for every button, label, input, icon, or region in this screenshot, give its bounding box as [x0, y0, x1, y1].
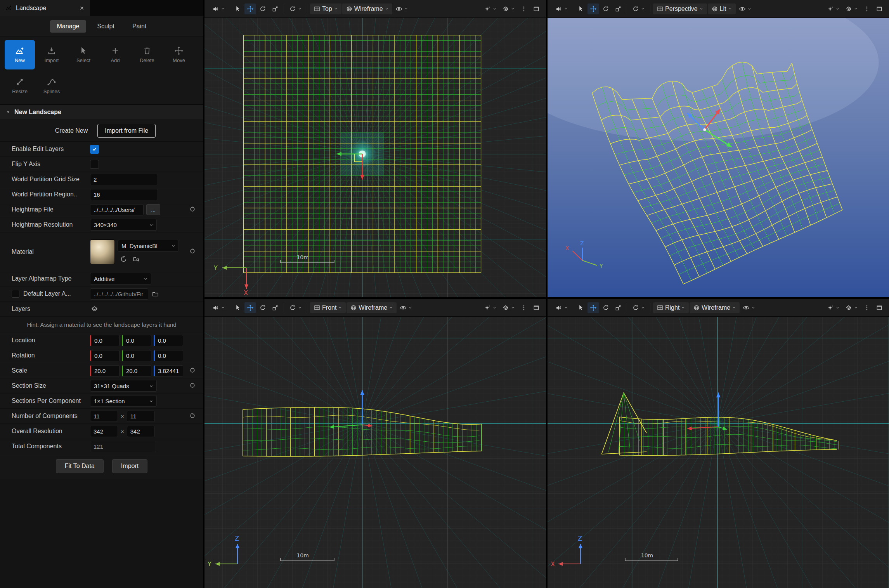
scale-z-input[interactable] — [154, 365, 183, 376]
default-layer-checkbox[interactable] — [12, 290, 19, 298]
maximize-viewport-button[interactable] — [873, 3, 885, 14]
world-partition-grid-size-input[interactable] — [90, 174, 158, 185]
viewport-canvas-perspective[interactable]: ZXY — [548, 18, 889, 297]
view-mode-dropdown[interactable]: Wireframe — [342, 3, 392, 14]
settings-button[interactable] — [843, 3, 860, 14]
show-flags-button[interactable] — [740, 302, 758, 313]
show-flags-button[interactable] — [397, 302, 415, 313]
tool-resize[interactable]: Resize — [5, 71, 35, 101]
viewport-canvas-right[interactable]: 10mZX — [548, 317, 889, 588]
flip-y-axis-checkbox[interactable] — [90, 160, 99, 169]
rotation-snap-button[interactable] — [630, 3, 647, 14]
move-tool-button[interactable] — [587, 302, 599, 313]
move-tool-button[interactable] — [587, 3, 599, 14]
effects-button[interactable] — [482, 302, 499, 313]
location-y-input[interactable] — [122, 335, 151, 346]
view-type-dropdown[interactable]: Top — [310, 3, 341, 14]
overall-resolution-y-input[interactable] — [127, 426, 155, 437]
reset-section-size-button[interactable] — [189, 382, 196, 390]
enable-edit-layers-checkbox[interactable] — [90, 145, 99, 154]
reset-components-button[interactable] — [189, 412, 196, 421]
more-options-button[interactable] — [518, 3, 530, 14]
tab-sculpt[interactable]: Sculpt — [90, 20, 121, 33]
rotation-snap-button[interactable] — [287, 302, 304, 313]
viewport-options-button[interactable] — [210, 3, 227, 14]
import-from-file-button[interactable]: Import from File — [97, 124, 156, 138]
view-mode-dropdown[interactable]: Lit — [708, 3, 736, 14]
view-type-dropdown[interactable]: Perspective — [653, 3, 707, 14]
location-x-input[interactable] — [90, 335, 120, 346]
more-options-button[interactable] — [518, 302, 530, 313]
landscape-panel-tab[interactable]: Landscape — [0, 0, 90, 16]
more-options-button[interactable] — [861, 302, 873, 313]
scale-x-input[interactable] — [90, 365, 120, 376]
rotate-tool-button[interactable] — [257, 302, 269, 313]
scale-tool-button[interactable] — [612, 3, 624, 14]
close-panel-button[interactable] — [79, 5, 85, 11]
tab-manage[interactable]: Manage — [50, 20, 87, 33]
rotate-tool-button[interactable] — [600, 302, 612, 313]
rotate-tool-button[interactable] — [600, 3, 612, 14]
reset-material-button[interactable] — [189, 247, 196, 256]
more-options-button[interactable] — [861, 3, 873, 14]
viewport-options-button[interactable] — [553, 302, 570, 313]
move-tool-button[interactable] — [244, 302, 256, 313]
select-tool-button[interactable] — [232, 302, 244, 313]
section-size-dropdown[interactable]: 31×31 Quads — [90, 380, 157, 392]
scale-y-input[interactable] — [122, 365, 151, 376]
viewport-canvas-front[interactable]: 10mZY — [204, 317, 546, 588]
tool-add[interactable]: Add — [100, 40, 130, 69]
components-x-input[interactable] — [90, 411, 118, 422]
use-selected-asset-button[interactable] — [119, 255, 128, 264]
effects-button[interactable] — [825, 302, 842, 313]
components-y-input[interactable] — [127, 411, 155, 422]
tool-move[interactable]: Move — [164, 40, 194, 69]
fit-to-data-button[interactable]: Fit To Data — [56, 459, 104, 473]
select-tool-button[interactable] — [575, 3, 587, 14]
rotation-x-input[interactable] — [90, 350, 120, 361]
tab-paint[interactable]: Paint — [125, 20, 153, 33]
browse-to-asset-button[interactable] — [132, 255, 141, 264]
layers-icon-button[interactable] — [90, 305, 99, 314]
reset-heightmap-file-button[interactable] — [189, 205, 196, 214]
heightmap-resolution-dropdown[interactable]: 340×340 — [90, 219, 157, 231]
move-tool-button[interactable] — [244, 3, 256, 14]
layer-alphamap-type-dropdown[interactable]: Additive — [90, 273, 151, 284]
viewport-options-button[interactable] — [210, 302, 227, 313]
viewport-options-button[interactable] — [553, 3, 570, 14]
scale-tool-button[interactable] — [269, 302, 281, 313]
rotation-y-input[interactable] — [122, 350, 151, 361]
tool-splines[interactable]: Splines — [36, 71, 67, 101]
import-button[interactable]: Import — [112, 459, 147, 473]
scale-tool-button[interactable] — [612, 302, 624, 313]
new-landscape-section-header[interactable]: New Landscape — [0, 104, 203, 120]
maximize-viewport-button[interactable] — [530, 302, 542, 313]
tool-select[interactable]: Select — [68, 40, 99, 69]
default-layer-path-input[interactable] — [90, 288, 148, 300]
settings-button[interactable] — [500, 302, 517, 313]
show-flags-button[interactable] — [393, 3, 411, 14]
show-flags-button[interactable] — [737, 3, 754, 14]
scale-tool-button[interactable] — [269, 3, 281, 14]
material-dropdown[interactable]: M_DynamicBl — [118, 240, 179, 252]
tool-delete[interactable]: Delete — [132, 40, 162, 69]
default-layer-folder-button[interactable] — [151, 290, 160, 298]
rotation-snap-button[interactable] — [287, 3, 304, 14]
create-new-button[interactable]: Create New — [48, 124, 95, 138]
effects-button[interactable] — [825, 3, 842, 14]
select-tool-button[interactable] — [232, 3, 244, 14]
view-type-dropdown[interactable]: Right — [653, 302, 689, 313]
rotation-z-input[interactable] — [154, 350, 183, 361]
view-type-dropdown[interactable]: Front — [310, 302, 346, 313]
settings-button[interactable] — [843, 302, 860, 313]
view-mode-dropdown[interactable]: Wireframe — [690, 302, 740, 313]
reset-scale-button[interactable] — [189, 366, 196, 375]
maximize-viewport-button[interactable] — [873, 302, 885, 313]
viewport-canvas-top[interactable]: 10mYX — [204, 18, 546, 297]
select-tool-button[interactable] — [575, 302, 587, 313]
effects-button[interactable] — [482, 3, 499, 14]
view-mode-dropdown[interactable]: Wireframe — [347, 302, 397, 313]
rotation-snap-button[interactable] — [630, 302, 647, 313]
sections-per-component-dropdown[interactable]: 1×1 Section — [90, 395, 157, 407]
heightmap-file-input[interactable] — [90, 204, 144, 215]
